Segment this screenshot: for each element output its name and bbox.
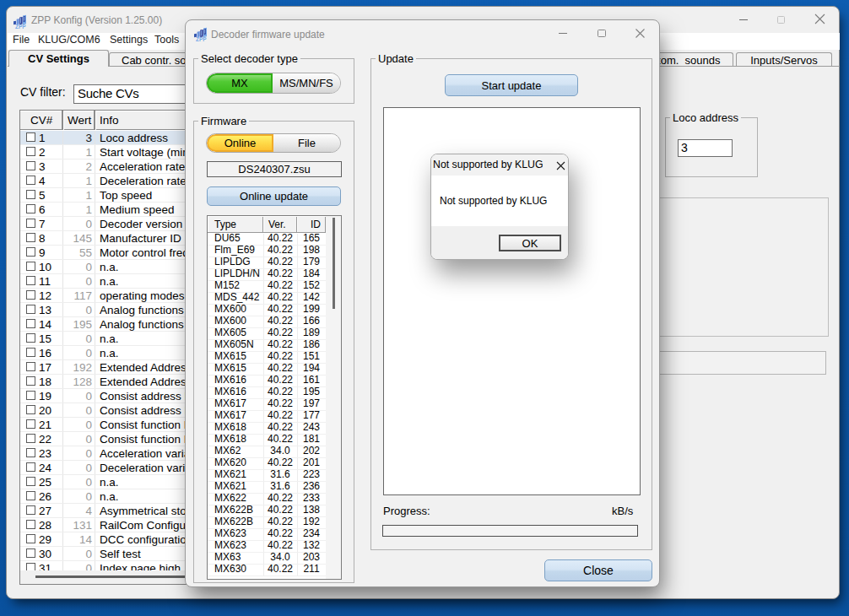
svg-text:ZPP: ZPP: [15, 24, 26, 30]
svg-text:ZPP: ZPP: [196, 36, 207, 42]
